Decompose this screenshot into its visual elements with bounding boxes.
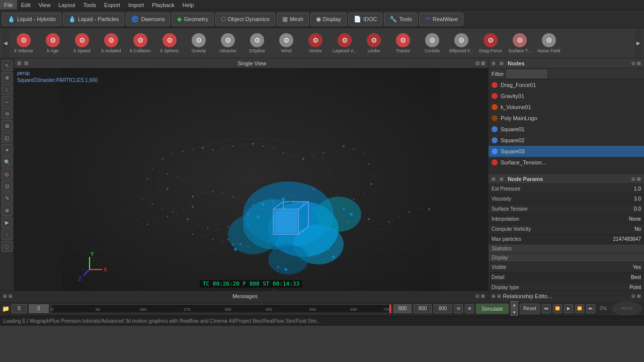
tab-object-dynamics[interactable]: ⬡ Object Dynamics xyxy=(215,13,275,26)
node-item-k-volume01[interactable]: k_Volume01 xyxy=(489,102,644,113)
left-tool-1[interactable]: ⊕ xyxy=(2,72,13,83)
left-tool-12[interactable]: ⊗ xyxy=(2,205,13,216)
tab-daemons[interactable]: 🌀 Daemons xyxy=(126,13,170,26)
timeline-track[interactable]: 0 90 180 270 360 450 540 630 720 xyxy=(51,304,391,313)
param-row-visible[interactable]: Visible Yes xyxy=(489,262,644,273)
left-tool-10[interactable]: ⊡ xyxy=(2,180,13,192)
toolbar-tool-dspline[interactable]: ⚙ DSpline xyxy=(243,29,272,57)
sim-arrow-down[interactable]: ▼ xyxy=(511,309,518,316)
param-row-viscosity[interactable]: Viscosity 3.0 xyxy=(489,194,644,204)
param-row-detail[interactable]: Detail Best xyxy=(489,273,644,283)
menu-layout[interactable]: Layout xyxy=(54,0,79,10)
toolbar-scroll-left[interactable]: ◀ xyxy=(2,29,9,57)
left-tool-8[interactable]: 🔍 xyxy=(2,156,13,167)
viewport-canvas[interactable]: X Y Z persp SquareD3master.PARTICLES:1,6… xyxy=(14,68,488,291)
param-row-display-type[interactable]: Display type Point xyxy=(489,283,644,291)
tool-label: k Speed xyxy=(73,48,90,53)
toolbar-tool-vortex[interactable]: ⚙ Vortex xyxy=(301,29,330,57)
node-item-poly-mainlogo[interactable]: Poly MainLogo xyxy=(489,113,644,124)
node-item-square01[interactable]: Square01 xyxy=(489,124,644,135)
timeline-speed-btn[interactable]: ⊟ xyxy=(454,304,463,313)
toolbar-tool-wind[interactable]: ⚙ Wind xyxy=(272,29,301,57)
left-tool-14[interactable]: ⋮ xyxy=(2,229,13,240)
timeline-start-input[interactable] xyxy=(12,304,27,313)
left-tool-6[interactable]: ◱ xyxy=(2,132,13,143)
timeline-end-input3[interactable] xyxy=(434,304,452,313)
svg-point-16 xyxy=(172,153,173,154)
tab-mesh[interactable]: ▦ Mesh xyxy=(277,13,309,26)
toolbar-tool-noise-field[interactable]: ⚙ Noise Field xyxy=(534,29,564,57)
tab-tools[interactable]: 🔧 Tools xyxy=(384,13,418,26)
svg-point-120 xyxy=(282,198,285,201)
tab-liquid-hybrido[interactable]: 💧 Liquid - Hybrido xyxy=(2,13,61,26)
filter-input[interactable] xyxy=(507,70,547,78)
toolbar-tool-drag-force[interactable]: ⚙ Drag Force xyxy=(476,29,505,57)
simulate-button[interactable]: Simulate xyxy=(476,304,509,314)
toolbar-tool-k-sphere[interactable]: ⚙ k Sphere xyxy=(155,29,184,57)
toolbar-tool-k-isolated[interactable]: ⚙ k Isolated xyxy=(97,29,126,57)
timeline-frame-input[interactable] xyxy=(29,304,49,313)
left-tool-5[interactable]: ⊞ xyxy=(2,120,13,131)
toolbar-scroll-right[interactable]: ▶ xyxy=(635,29,642,57)
menu-view[interactable]: View xyxy=(35,0,55,10)
play-skip-end[interactable]: ⏭ xyxy=(586,304,595,313)
reset-button[interactable]: Reset xyxy=(520,304,540,314)
timeline-folder-icon[interactable]: 📁 xyxy=(2,305,10,312)
timeline-end-input2[interactable] xyxy=(414,304,432,313)
play-btn[interactable]: ▶ xyxy=(564,304,573,313)
node-item-square03[interactable]: Square03 xyxy=(489,146,644,157)
toolbar-tool-coriolis[interactable]: ⚙ Coriolis xyxy=(418,29,447,57)
play-skip-start[interactable]: ⏮ xyxy=(542,304,551,313)
toolbar-tool-limbo[interactable]: ⚙ Limbo xyxy=(359,29,388,57)
toolbar-tool-layered-v...[interactable]: ⚙ Layered V... xyxy=(330,29,359,57)
param-row-ext-pressure[interactable]: Ext Pressure 1.0 xyxy=(489,184,644,194)
tab-liquid-particles[interactable]: 💧 Liquid - Particles xyxy=(63,13,124,26)
node-item-drag-force01[interactable]: Drag_Force01 xyxy=(489,79,644,90)
node-item-gravity01[interactable]: Gravity01 xyxy=(489,90,644,102)
left-tool-11[interactable]: ✎ xyxy=(2,193,13,204)
toolbar-tool-surface-t...[interactable]: ⚙ Surface T... xyxy=(505,29,534,57)
menu-playback[interactable]: Playback xyxy=(148,0,179,10)
param-row-interpolation[interactable]: Interpolation None xyxy=(489,214,644,224)
menu-tools[interactable]: Tools xyxy=(79,0,100,10)
toolbar-tool-attractor[interactable]: ⚙ Attractor xyxy=(213,29,243,57)
tab-realwave[interactable]: 〜 RealWave xyxy=(419,13,463,26)
param-row-compute-vorticity[interactable]: Compute Vorticity No xyxy=(489,224,644,234)
toolbar-tool-k-volume[interactable]: ⚙ k Volume xyxy=(9,29,38,57)
menu-help[interactable]: Help xyxy=(179,0,198,10)
toolbar-tool-k-age[interactable]: ⚙ k Age xyxy=(38,29,67,57)
menu-edit[interactable]: Edit xyxy=(17,0,35,10)
sim-arrow-up[interactable]: ▲ xyxy=(511,301,518,308)
left-tool-select[interactable]: ↖ xyxy=(2,60,13,71)
left-tool-9[interactable]: ◎ xyxy=(2,168,13,179)
play-prev[interactable]: ⏪ xyxy=(553,304,562,313)
left-tool-4[interactable]: ⟲ xyxy=(2,108,13,119)
left-tool-2[interactable]: ↕ xyxy=(2,84,13,95)
node-item-square02[interactable]: Square02 xyxy=(489,135,644,146)
tab-idoc[interactable]: 📄 IDOC xyxy=(348,13,383,26)
tool-label: Layered V... xyxy=(333,48,357,53)
menu-import[interactable]: Import xyxy=(124,0,148,10)
toolbar-tool-k-speed[interactable]: ⚙ k Speed xyxy=(67,29,97,57)
left-tool-7[interactable]: ✦ xyxy=(2,144,13,155)
param-row-max-particles[interactable]: Max particles 2147483647 xyxy=(489,234,644,244)
toolbar-tool-ellipsoid-f...[interactable]: ⚙ Ellipsoid F... xyxy=(447,29,476,57)
left-tool-13[interactable]: ▶ xyxy=(2,217,13,228)
menu-export[interactable]: Export xyxy=(100,0,124,10)
play-next[interactable]: ⏩ xyxy=(575,304,584,313)
toolbar-tool-gravity[interactable]: ⚙ Gravity xyxy=(184,29,213,57)
timeline-end-input1[interactable] xyxy=(393,304,412,313)
param-row-surface-tension[interactable]: Surface Tension 0.0 xyxy=(489,204,644,214)
timeline-expand-btn[interactable]: ⊞ xyxy=(465,304,474,313)
tab-display[interactable]: ◉ Display xyxy=(310,13,347,26)
toolbar-tool-k-collision[interactable]: ⚙ k Collision xyxy=(126,29,155,57)
node-item-surface-tension---[interactable]: Surface_Tension... xyxy=(489,157,644,168)
toolbar-tool-tractor[interactable]: ⚙ Tractor xyxy=(388,29,418,57)
svg-point-71 xyxy=(157,221,158,222)
menu-file[interactable]: File xyxy=(0,0,17,10)
tab-geometry[interactable]: ◆ Geometry xyxy=(172,13,213,26)
tool-icon: ⚙ xyxy=(75,33,89,47)
left-tool-3[interactable]: ↔ xyxy=(2,96,13,107)
viewport-persp-label: persp xyxy=(17,70,30,76)
left-tool-15[interactable]: ◌ xyxy=(2,241,13,252)
